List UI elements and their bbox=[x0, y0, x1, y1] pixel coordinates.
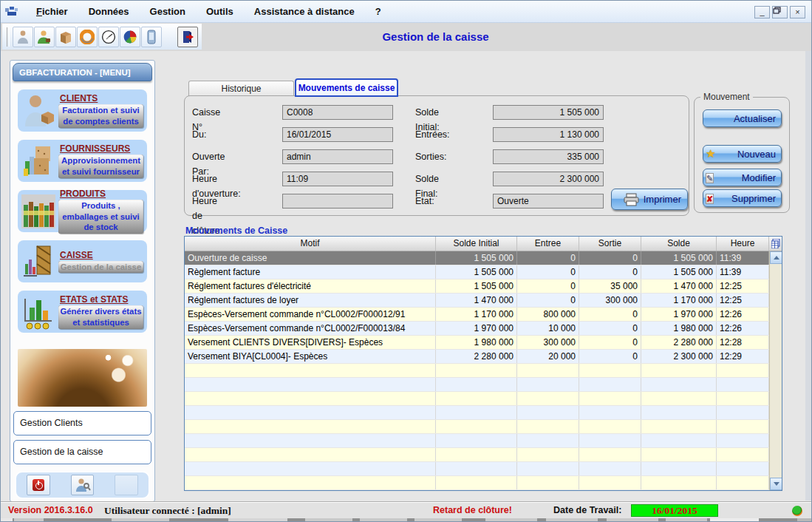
sidebar-item-title: FOURNISSEURS bbox=[60, 143, 143, 154]
sidebar-item-subtitle[interactable]: Générer divers états et statistiques bbox=[58, 305, 143, 329]
client-icon[interactable] bbox=[34, 27, 55, 47]
menu-aide[interactable]: ? bbox=[365, 3, 392, 20]
cell-motif: Règlement facture bbox=[185, 265, 436, 279]
table-grid-icon[interactable] bbox=[769, 237, 782, 251]
restore-button[interactable] bbox=[772, 6, 788, 18]
table-scrollbar[interactable] bbox=[769, 251, 782, 490]
button-label: Actualiser bbox=[734, 113, 776, 124]
heure-cloture-field[interactable] bbox=[282, 194, 393, 209]
sidebar-item-fournisseurs[interactable]: FOURNISSEURS Approvisionnement et suivi … bbox=[18, 140, 147, 182]
modifier-button[interactable]: ✎ Modifier bbox=[703, 169, 782, 186]
actualiser-button[interactable]: Actualiser bbox=[703, 109, 782, 127]
user-icon[interactable] bbox=[13, 27, 33, 47]
minimize-button[interactable]: _ bbox=[754, 6, 770, 18]
sidebar-item-title: CLIENTS bbox=[60, 93, 143, 104]
menu-bar: Fichier Données Gestion Outils Assistanc… bbox=[26, 3, 392, 20]
nav-item-gestion-caisse[interactable]: Gestion de la caisse bbox=[13, 440, 151, 464]
cell-motif: Versement BIYA[CL0004]- Espèces bbox=[185, 350, 436, 363]
column-header-motif[interactable]: Motif bbox=[185, 237, 436, 251]
cashbox-icon bbox=[21, 244, 55, 279]
table-row[interactable]: Versement CLIENTS DIVERS[DIVERS]- Espèce… bbox=[185, 336, 782, 350]
cell-sortie: 0 bbox=[579, 251, 641, 265]
title-bar: Fichier Données Gestion Outils Assistanc… bbox=[1, 1, 811, 23]
disabled-button bbox=[115, 475, 138, 495]
table-row[interactable]: Réglement factures de loyer 1 470 000 0 … bbox=[185, 294, 782, 308]
menu-outils[interactable]: Outils bbox=[196, 3, 244, 20]
cell-entree: 800 000 bbox=[517, 308, 579, 321]
menu-fichier[interactable]: Fichier bbox=[26, 3, 78, 20]
entrees-field[interactable]: 1 130 000 bbox=[493, 127, 604, 142]
cell-heure: 12:25 bbox=[717, 294, 769, 307]
cell-solde-initial: 1 505 000 bbox=[436, 251, 517, 265]
menu-donnees[interactable]: Données bbox=[78, 3, 140, 20]
table-row[interactable]: Réglement factures d'électricité 1 505 0… bbox=[185, 279, 782, 294]
page-title: Gestion de la caisse bbox=[60, 23, 811, 51]
solde-final-field[interactable]: 2 300 000 bbox=[493, 172, 604, 186]
cell-entree: 0 bbox=[517, 251, 579, 265]
cell-motif: Versement CLIENTS DIVERS[DIVERS]- Espèce… bbox=[185, 336, 436, 349]
imprimer-button[interactable]: Imprimer bbox=[611, 189, 688, 210]
main-panel: Historique Mouvements de caisse Caisse N… bbox=[172, 54, 806, 501]
close-button[interactable]: × bbox=[790, 6, 805, 18]
cell-solde: 2 300 000 bbox=[641, 350, 717, 363]
date-field[interactable]: 16/01/2015 bbox=[282, 127, 393, 142]
scroll-down-button[interactable] bbox=[770, 478, 782, 490]
tab-historique[interactable]: Historique bbox=[188, 81, 294, 96]
cell-solde: 1 505 000 bbox=[641, 251, 717, 265]
table-title: Mouvements de Caisse bbox=[185, 226, 287, 236]
supprimer-button[interactable]: ✘ Supprimer bbox=[703, 189, 782, 207]
sidebar-item-subtitle[interactable]: Facturation et suivi de comptes clients bbox=[58, 104, 143, 128]
heure-ouverture-field[interactable]: 11:09 bbox=[282, 172, 393, 186]
restore-icon bbox=[773, 7, 781, 14]
scroll-up-button[interactable] bbox=[770, 251, 782, 264]
caisse-form: Caisse N° C0008 Solde Initial: 1 505 000… bbox=[184, 95, 689, 216]
status-bar: Version 2016.3.16.0 Utilisateur connecté… bbox=[1, 502, 811, 518]
caisse-number-field[interactable]: C0008 bbox=[282, 105, 393, 120]
sidebar-item-subtitle[interactable]: Approvisionnement et suivi fournisseur bbox=[58, 155, 143, 178]
cell-solde-initial: 1 470 000 bbox=[436, 294, 517, 307]
user-key-icon bbox=[75, 478, 91, 492]
sidebar-item-etats[interactable]: ETATS et STATS Générer divers états et s… bbox=[18, 291, 147, 333]
work-date-label: Date de Travail: bbox=[553, 505, 621, 515]
stats-icon bbox=[21, 294, 55, 330]
column-header-heure[interactable]: Heure bbox=[717, 237, 769, 251]
cell-sortie: 35 000 bbox=[579, 279, 641, 293]
table-row[interactable]: Espèces-Versement commande n°CL0002/F000… bbox=[185, 308, 782, 322]
table-row[interactable]: Ouverture de caisse 1 505 000 0 0 1 505 … bbox=[185, 251, 782, 265]
sidebar-item-clients[interactable]: CLIENTS Facturation et suivi de comptes … bbox=[18, 89, 147, 132]
sidebar-item-subtitle[interactable]: Produits , emballages et suivi de stock bbox=[58, 200, 143, 234]
menu-assistance[interactable]: Assistance à distance bbox=[244, 3, 365, 20]
nouveau-button[interactable]: ★ Nouveau bbox=[703, 145, 782, 163]
table-row[interactable]: Espèces-Versement commande n°CL0002/F000… bbox=[185, 322, 782, 336]
tab-mouvements[interactable]: Mouvements de caisse bbox=[295, 78, 398, 97]
table-row[interactable]: Versement BIYA[CL0004]- Espèces 2 280 00… bbox=[185, 350, 782, 364]
closing-alert-label: Retard de clôture! bbox=[433, 505, 512, 515]
mouvement-box-title: Mouvement bbox=[700, 92, 753, 102]
cell-solde: 1 505 000 bbox=[641, 265, 717, 279]
ouverte-par-field[interactable]: admin bbox=[282, 149, 393, 164]
sorties-field[interactable]: 335 000 bbox=[493, 149, 604, 164]
column-header-solde-initial[interactable]: Solde Initial bbox=[436, 237, 517, 251]
menu-gestion[interactable]: Gestion bbox=[140, 3, 196, 20]
sidebar-item-caisse[interactable]: CAISSE Gestion de la caisse bbox=[18, 240, 147, 282]
etat-field[interactable]: Ouverte bbox=[493, 194, 604, 209]
cell-motif: Réglement factures d'électricité bbox=[185, 279, 436, 293]
solde-initial-field[interactable]: 1 505 000 bbox=[493, 105, 604, 120]
nav-item-gestion-clients[interactable]: Gestion Clients bbox=[13, 411, 151, 435]
column-header-sortie[interactable]: Sortie bbox=[579, 237, 641, 251]
column-header-solde[interactable]: Solde bbox=[641, 237, 717, 251]
sidebar-item-produits[interactable]: PRODUITS Produits , emballages et suivi … bbox=[18, 190, 147, 232]
cell-solde-initial: 2 280 000 bbox=[436, 350, 517, 363]
cell-motif: Ouverture de caisse bbox=[185, 251, 436, 265]
empty-row bbox=[185, 406, 782, 420]
sidebar-item-title: PRODUITS bbox=[60, 189, 143, 199]
empty-row bbox=[185, 476, 782, 490]
user-settings-button[interactable] bbox=[71, 475, 95, 495]
empty-row bbox=[185, 462, 782, 476]
promo-photo bbox=[18, 349, 147, 407]
empty-row bbox=[185, 420, 782, 434]
column-header-entree[interactable]: Entree bbox=[517, 237, 579, 251]
field-label: Du: bbox=[192, 127, 206, 142]
table-row[interactable]: Règlement facture 1 505 000 0 0 1 505 00… bbox=[185, 265, 782, 279]
power-button[interactable] bbox=[27, 475, 50, 495]
